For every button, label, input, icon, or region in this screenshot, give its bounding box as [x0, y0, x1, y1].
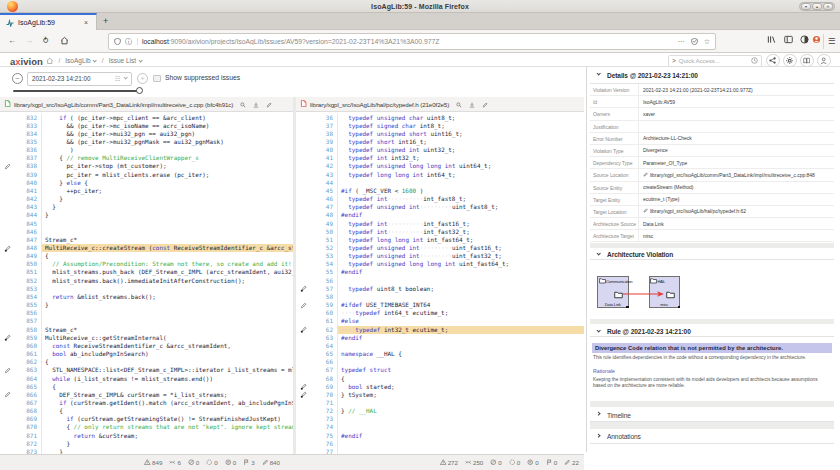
stat-equal[interactable]: 0 [225, 459, 236, 466]
line-number: 867 [0, 399, 37, 407]
details-section-header[interactable]: Details @ 2021-02-23 14:21:00 [590, 67, 834, 84]
violation-section-header[interactable]: Architecture Violation [590, 248, 834, 260]
user-button[interactable] [817, 54, 831, 68]
reload-icon[interactable]: ⥁ [43, 36, 48, 46]
code-view[interactable]: 36 typedef unsigned char uint8_t;37 type… [296, 112, 584, 454]
url-bar[interactable]: ⓘ localhost:9090/axivion/projects/IsoAgL… [108, 33, 716, 50]
next-version-button[interactable]: + [137, 73, 148, 84]
pocket-icon[interactable] [691, 38, 698, 45]
stat-flag[interactable]: 3 [243, 459, 254, 466]
forward-icon[interactable]: → [25, 36, 33, 46]
gutter-separator [41, 130, 42, 138]
pencil-button[interactable] [482, 100, 488, 108]
version-slider-track[interactable] [13, 90, 141, 92]
extension-icon[interactable] [812, 35, 821, 47]
code-line: 43 typedef long long int int64_t; [296, 171, 584, 179]
gutter-separator [337, 203, 338, 211]
library-icon[interactable] [767, 35, 776, 47]
stat-pencil[interactable]: 22 [564, 459, 579, 466]
breadcrumb-project[interactable]: IsoAgLib [65, 57, 97, 64]
clock-icon[interactable] [751, 57, 758, 64]
gutter-separator [41, 375, 42, 383]
line-number: 870 [0, 423, 37, 431]
magnifier-button[interactable] [240, 100, 246, 108]
previous-version-button[interactable]: − [12, 73, 23, 84]
chevron-down-icon[interactable] [123, 76, 128, 81]
stat-equal[interactable]: 0 [527, 459, 538, 466]
site-info-icon[interactable]: ⓘ [125, 38, 138, 45]
rationale-link[interactable]: Rationale [593, 368, 615, 374]
shield-icon[interactable] [114, 38, 121, 45]
tab-close-icon[interactable]: × [84, 16, 88, 30]
stat-warning[interactable]: 272 [440, 459, 458, 466]
sidebar-toggle-icon[interactable] [784, 35, 793, 47]
code-line: 843 } [0, 203, 293, 211]
detail-value[interactable]: library/xgpl_src/IsoAgLib/comm/Part3_Dat… [639, 169, 834, 181]
line-number: 66 [296, 358, 333, 366]
page-actions-icon[interactable]: ⋯ [678, 38, 685, 46]
gutter-separator [41, 146, 42, 154]
stat-pencil[interactable]: 840 [262, 459, 280, 466]
gutter-separator [41, 236, 42, 244]
stat-slash[interactable]: 0 [188, 459, 199, 466]
help-button[interactable] [800, 54, 814, 68]
stat-count: 22 [572, 459, 579, 466]
account-icon[interactable] [800, 35, 809, 47]
settings-button[interactable] [783, 54, 797, 68]
axivion-logo[interactable]: axivion [10, 56, 43, 67]
date-input[interactable]: 2021-02-23 14:21:00 ☷ [27, 72, 132, 86]
bookmark-star-icon[interactable]: ☆ [704, 38, 710, 46]
breadcrumb-view[interactable]: Issue List [109, 57, 143, 64]
violation-section-title: Architecture Violation [607, 251, 673, 258]
new-tab-button[interactable]: + [103, 14, 108, 29]
stat-slash[interactable]: 0 [490, 459, 501, 466]
calendar-icon[interactable]: ☷ [115, 76, 120, 82]
detail-label: Dependency Type [590, 157, 639, 168]
maximize-button[interactable]: ▴ [812, 3, 822, 10]
line-number: 852 [0, 277, 37, 285]
line-number: 863 [0, 366, 37, 374]
code-line: 866 DEF_Stream_c_IMPL& curStream = *i_li… [0, 391, 293, 399]
version-slider-handle[interactable] [136, 87, 143, 94]
back-icon[interactable]: ← [8, 36, 16, 46]
architecture-diagram[interactable]: CommunicationData LinkHALmisc [590, 260, 834, 319]
gutter-separator [41, 358, 42, 366]
stat-circle[interactable]: 0 [509, 459, 520, 466]
stat-clone[interactable]: 6 [169, 459, 180, 466]
show-suppressed-checkbox[interactable] [153, 75, 161, 83]
download-button[interactable] [469, 100, 475, 108]
pencil-button[interactable] [266, 100, 272, 108]
gutter-separator [337, 236, 338, 244]
stat-flag[interactable]: 0 [546, 459, 557, 466]
gutter-separator [337, 195, 338, 203]
code-line: 48#endif [296, 211, 584, 219]
code-line: 836 ) [0, 146, 293, 154]
download-button[interactable] [253, 100, 259, 108]
code-view[interactable]: 832 if ( (pc_iter->mpc_client == &arc_cl… [0, 112, 293, 454]
minimize-button[interactable]: ▾ [801, 3, 811, 10]
magnifier-button[interactable] [456, 100, 462, 108]
browser-tab[interactable]: IsoAgLib:59 × [0, 13, 97, 30]
timeline-section-header[interactable]: Timeline [590, 407, 834, 422]
share-button[interactable] [766, 54, 780, 68]
close-button[interactable]: ✕ [823, 3, 833, 10]
quick-access-input[interactable]: > Quick Access... [668, 55, 762, 67]
stat-circle[interactable]: 0 [206, 459, 217, 466]
home-breadcrumb-icon[interactable] [46, 57, 54, 65]
code-line: 41 typedef int int32_t; [296, 154, 584, 162]
source-panel-left: library/xgpl_src/IsoAgLib/comm/Part3_Dat… [0, 97, 293, 454]
annotations-section-header[interactable]: Annotations [590, 429, 834, 444]
gutter-separator [41, 383, 42, 391]
rule-section-header[interactable]: Rule @ 2021-02-23 14:21:00 [590, 325, 834, 338]
gutter-separator [41, 211, 42, 219]
window-titlebar[interactable]: IsoAgLib:59 - Mozilla Firefox ▾ ▴ ✕ [0, 0, 840, 13]
date-value: 2021-02-23 14:21:00 [32, 75, 115, 82]
home-icon[interactable] [60, 36, 69, 48]
line-number: 61 [296, 317, 333, 325]
detail-label: Architecture Target [590, 230, 639, 241]
stat-clone[interactable]: 250 [465, 459, 483, 466]
stat-warning[interactable]: 849 [144, 459, 162, 466]
detail-value[interactable]: library/xgpl_src/IsoAgLib/hal/pc/typedef… [639, 205, 834, 217]
url-text[interactable]: localhost:9090/axivion/projects/IsoAgLib… [142, 38, 672, 45]
menu-icon[interactable]: ☰ [828, 35, 836, 47]
